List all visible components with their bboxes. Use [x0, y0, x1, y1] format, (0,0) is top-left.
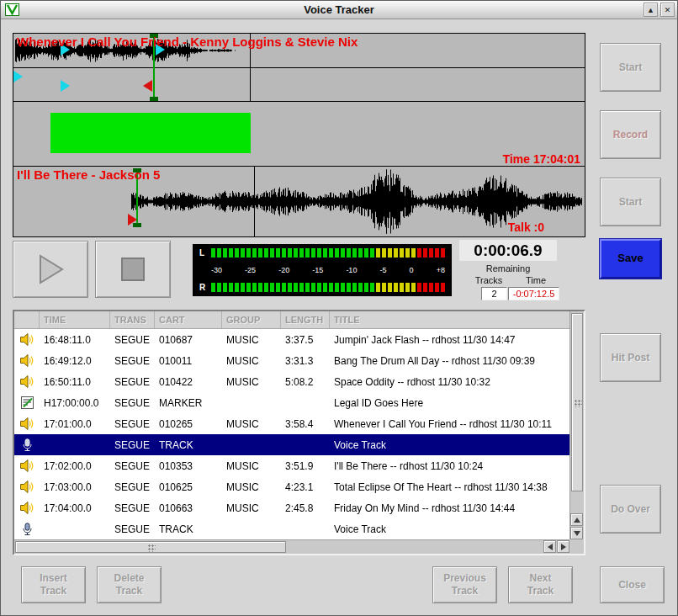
stop-button[interactable]	[95, 241, 171, 298]
log-row[interactable]: 17:03:00.0SEGUE010625MUSIC4:23.1Total Ec…	[14, 476, 569, 497]
log-cell-trans: SEGUE	[110, 481, 155, 493]
led-segment	[358, 248, 363, 258]
close-window-icon[interactable]: ✕	[660, 3, 675, 17]
led-segment	[429, 283, 433, 292]
log-cell-length: 3:51.9	[281, 460, 330, 472]
led-segment	[376, 283, 380, 292]
log-row[interactable]: SEGUETRACKVoice Track	[14, 434, 569, 455]
log-cell-title: Jumpin' Jack Flash -- rdhost 11/30 14:47	[330, 334, 569, 346]
led-segment	[294, 283, 298, 292]
voice-track-region[interactable]	[50, 113, 251, 153]
log-cell-cart: 010011	[155, 355, 222, 367]
led-segment	[394, 283, 398, 292]
record-button[interactable]: Record	[600, 110, 661, 159]
delete-track-button[interactable]: Delete Track	[97, 566, 162, 603]
right-meter-leds	[211, 283, 445, 292]
log-cell-length: 3:31.3	[281, 355, 330, 367]
fade-marker-icon[interactable]	[13, 71, 23, 82]
log-cell-cart: 010663	[155, 502, 222, 514]
previous-track-button[interactable]: Previous Track	[432, 566, 497, 603]
log-cell-trans: SEGUE	[110, 376, 155, 388]
log-cell-cart: 010265	[155, 418, 222, 430]
led-segment	[305, 283, 310, 292]
log-cell-trans: SEGUE	[110, 355, 155, 367]
mic-icon	[14, 523, 40, 536]
end-marker-icon[interactable]	[143, 80, 152, 92]
meter-scale-label: 0	[410, 266, 414, 274]
led-segment	[364, 248, 368, 258]
led-segment	[347, 248, 351, 258]
start-track1-button[interactable]: Start	[600, 43, 661, 92]
talk-marker-icon[interactable]	[128, 214, 137, 226]
led-segment	[229, 283, 233, 292]
speaker-icon	[14, 354, 40, 367]
voice-track-lane[interactable]: Time 17:04:01	[13, 102, 585, 167]
horizontal-scrollbar-thumb[interactable]	[15, 541, 286, 553]
log-row[interactable]: 17:01:00.0SEGUE010265MUSIC3:58.4Whenever…	[14, 413, 569, 434]
titlebar[interactable]: Voice Tracker ▲ ✕	[1, 1, 677, 19]
led-segment	[352, 283, 357, 292]
stop-icon	[119, 255, 147, 284]
log-row[interactable]: 17:02:00.0SEGUE010353MUSIC3:51.9I'll Be …	[14, 455, 569, 476]
log-row[interactable]: 16:50:11.0SEGUE010422MUSIC5:08.2Space Od…	[14, 371, 569, 392]
shade-window-icon[interactable]: ▲	[644, 3, 658, 17]
insert-track-button[interactable]: Insert Track	[21, 566, 86, 603]
led-segment	[429, 248, 433, 258]
track-boundary-line	[254, 167, 255, 236]
led-segment	[400, 283, 404, 292]
log-row[interactable]: 16:48:11.0SEGUE010687MUSIC3:37.5Jumpin' …	[14, 329, 569, 350]
led-segment	[264, 248, 268, 258]
marker-handle[interactable]	[150, 97, 158, 101]
log-row[interactable]: 16:49:12.0SEGUE010011MUSIC3:31.3Bang The…	[14, 350, 569, 371]
track1-lane[interactable]: Whenever I Call You Friend - Kenny Loggi…	[13, 34, 585, 102]
scroll-right-button[interactable]	[557, 540, 569, 553]
col-header-cart: CART	[155, 311, 222, 328]
play-button[interactable]	[13, 241, 88, 298]
log-row[interactable]: 17:04:00.0SEGUE010663MUSIC2:45.8Friday O…	[14, 497, 569, 518]
meter-scale-label: -25	[245, 266, 256, 274]
voice-track-editor: Whenever I Call You Friend - Kenny Loggi…	[13, 33, 585, 237]
save-button[interactable]: Save	[600, 239, 661, 279]
do-over-button[interactable]: Do Over	[600, 485, 661, 534]
speaker-icon	[14, 481, 40, 493]
tracks-remaining-value: 2	[481, 287, 507, 300]
current-time-label: Time 17:04:01	[503, 152, 580, 166]
led-segment	[211, 248, 215, 258]
led-segment	[382, 283, 386, 292]
log-cell-time: H17:00:00.0	[40, 397, 110, 409]
scroll-left-button[interactable]	[543, 540, 556, 553]
scroll-up-button[interactable]	[570, 513, 583, 526]
fade-marker-icon[interactable]	[61, 80, 70, 92]
vertical-scrollbar-thumb[interactable]	[571, 313, 583, 491]
speaker-icon	[14, 459, 40, 472]
log-row[interactable]: H17:00:00.0SEGUEMARKERLegal ID Goes Here	[14, 392, 569, 413]
meter-scale-label: -5	[379, 266, 386, 274]
scroll-right-icon	[561, 544, 566, 550]
led-segment	[252, 283, 257, 292]
vertical-scrollbar[interactable]	[569, 311, 584, 539]
close-button[interactable]: Close	[600, 566, 665, 603]
led-segment	[288, 248, 292, 258]
log-cell-trans: SEGUE	[110, 460, 155, 472]
led-segment	[217, 283, 221, 292]
track1-title: Whenever I Call You Friend - Kenny Loggi…	[17, 35, 358, 49]
track2-lane[interactable]: I'll Be There - Jackson 5 Talk :0	[13, 167, 585, 236]
log-cell-title: Voice Track	[330, 439, 569, 451]
led-segment	[294, 248, 298, 258]
log-cell-trans: SEGUE	[110, 523, 155, 535]
meter-scale-label: -30	[211, 266, 222, 274]
log-cell-length: 5:08.2	[281, 376, 330, 388]
start-track2-button[interactable]: Start	[600, 178, 661, 226]
log-cell-cart: TRACK	[155, 523, 222, 535]
led-segment	[435, 248, 439, 258]
log-row[interactable]: SEGUETRACKVoice Track	[14, 518, 569, 539]
hit-post-button[interactable]: Hit Post	[600, 333, 661, 382]
led-segment	[223, 283, 227, 292]
next-track-button[interactable]: Next Track	[508, 566, 573, 603]
horizontal-scrollbar[interactable]	[14, 539, 569, 554]
scroll-down-button[interactable]	[570, 527, 583, 539]
time-remaining-value: -0:07:12.5	[508, 287, 559, 300]
led-segment	[246, 248, 251, 258]
thumb-grip	[148, 544, 156, 552]
left-channel-label: L	[199, 248, 206, 258]
